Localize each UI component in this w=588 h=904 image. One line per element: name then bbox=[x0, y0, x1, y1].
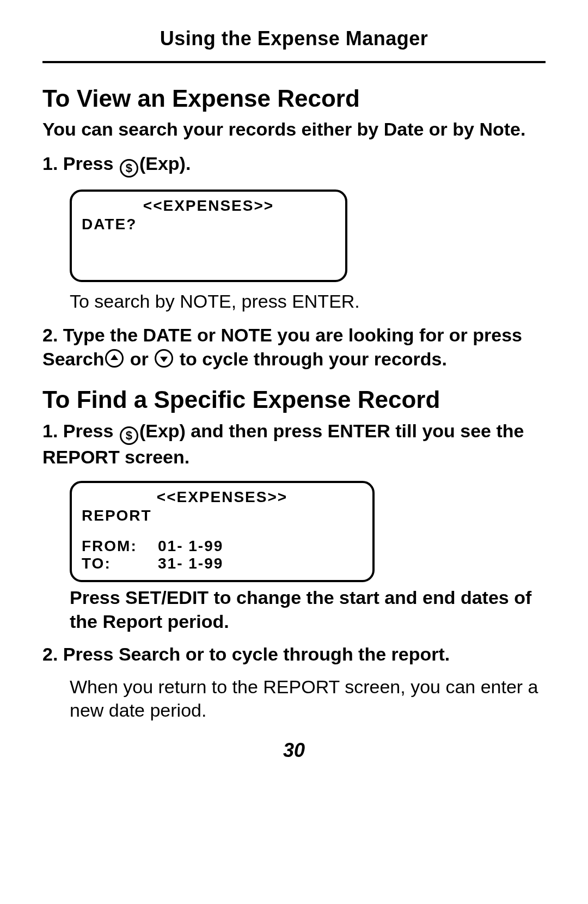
s1-step1-text-a: 1. Press bbox=[42, 153, 119, 174]
search-up-icon bbox=[105, 349, 124, 368]
dollar-icon: $ bbox=[120, 159, 138, 178]
screen1-title: <<EXPENSES>> bbox=[82, 197, 335, 215]
s1-step1-text-b: (Exp). bbox=[139, 153, 191, 174]
screen2-line1: REPORT bbox=[82, 507, 363, 524]
page-number: 30 bbox=[42, 739, 546, 762]
lcd-screen-report: <<EXPENSES>> REPORT FROM: 01- 1-99 TO: 3… bbox=[70, 481, 375, 582]
lcd-screen-expenses-date: <<EXPENSES>> DATE? bbox=[70, 190, 347, 282]
s1-step2-c: to cycle through your records. bbox=[174, 349, 447, 369]
section1-after-screen: To search by NOTE, press ENTER. bbox=[70, 291, 546, 312]
section2-after-screen: Press SET/EDIT to change the start and e… bbox=[70, 585, 546, 633]
divider bbox=[42, 61, 546, 63]
search-down-icon bbox=[155, 349, 173, 368]
s2-step1-a: 1. Press bbox=[42, 420, 119, 441]
screen1-line1: DATE? bbox=[82, 216, 335, 233]
section2-step2: 2. Press Search or to cycle through the … bbox=[42, 642, 546, 666]
section-heading-view: To View an Expense Record bbox=[42, 85, 546, 112]
section2-step1: 1. Press $(Exp) and then press ENTER til… bbox=[42, 419, 546, 469]
page-header: Using the Expense Manager bbox=[42, 27, 546, 59]
to-value: 31- 1-99 bbox=[158, 555, 223, 572]
section1-intro: You can search your records either by Da… bbox=[42, 118, 546, 142]
section-heading-find: To Find a Specific Expense Record bbox=[42, 386, 546, 413]
section2-step2-note: When you return to the REPORT screen, yo… bbox=[70, 675, 546, 723]
screen2-from-row: FROM: 01- 1-99 bbox=[82, 537, 363, 555]
s1-step2-b: or bbox=[125, 349, 154, 369]
screen2-title: <<EXPENSES>> bbox=[82, 488, 363, 506]
section1-step2: 2. Type the DATE or NOTE you are looking… bbox=[42, 323, 546, 371]
from-value: 01- 1-99 bbox=[158, 537, 223, 555]
manual-page: Using the Expense Manager To View an Exp… bbox=[0, 0, 588, 778]
section1-step1: 1. Press $(Exp). bbox=[42, 151, 546, 178]
from-label: FROM: bbox=[82, 537, 158, 555]
dollar-icon: $ bbox=[120, 426, 138, 445]
screen2-to-row: TO: 31- 1-99 bbox=[82, 555, 363, 572]
to-label: TO: bbox=[82, 555, 158, 572]
